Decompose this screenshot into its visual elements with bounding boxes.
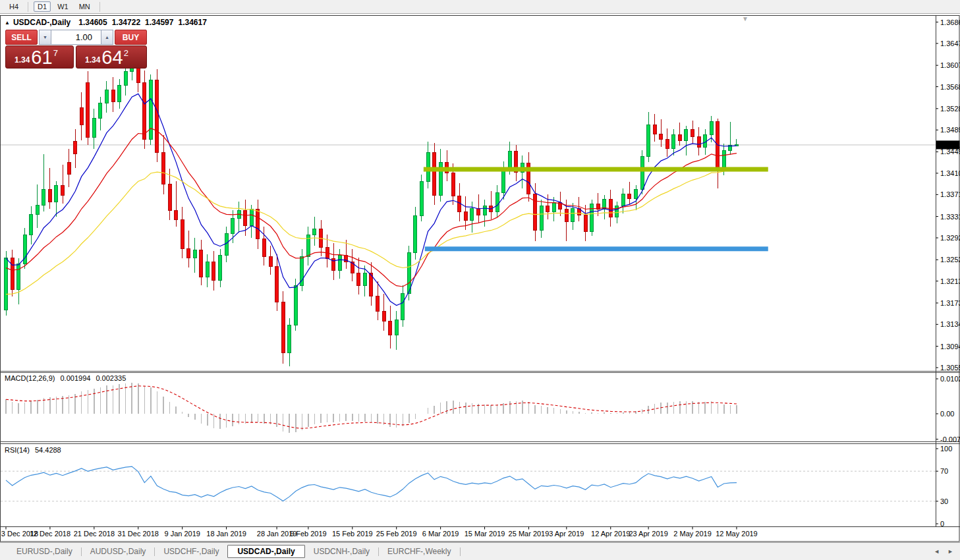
svg-text:6 Mar 2019: 6 Mar 2019 bbox=[422, 530, 459, 538]
volume-stepper: ▼ ▲ bbox=[39, 30, 113, 45]
sell-price-quote[interactable]: 1.34 61 7 bbox=[5, 45, 74, 69]
timeframe-button-mn[interactable]: MN bbox=[75, 1, 94, 12]
svg-text:0.00: 0.00 bbox=[940, 410, 954, 418]
candles-layer bbox=[5, 57, 739, 366]
volume-up-button[interactable]: ▲ bbox=[101, 30, 113, 45]
symbol-title: USDCAD-,Daily bbox=[13, 18, 71, 27]
object-lines-layer bbox=[424, 169, 768, 249]
svg-text:15 Mar 2019: 15 Mar 2019 bbox=[465, 530, 505, 538]
svg-text:0.010229: 0.010229 bbox=[940, 375, 960, 383]
timeframe-button-h4[interactable]: H4 bbox=[5, 1, 22, 12]
tab-usdcad-daily[interactable]: USDCAD-,Daily bbox=[227, 545, 304, 558]
svg-text:25 Mar 2019: 25 Mar 2019 bbox=[509, 530, 550, 538]
svg-text:1.32920: 1.32920 bbox=[940, 234, 960, 242]
svg-text:3 Apr 2019: 3 Apr 2019 bbox=[549, 530, 584, 538]
svg-text:1.33310: 1.33310 bbox=[940, 213, 960, 221]
svg-text:70: 70 bbox=[940, 467, 948, 475]
macd-label: MACD(12,26,9) 0.001994 0.002335 bbox=[5, 374, 129, 382]
svg-text:1.36070: 1.36070 bbox=[940, 61, 960, 69]
svg-text:1.34100: 1.34100 bbox=[940, 169, 960, 177]
sell-price-base: 1.34 bbox=[14, 55, 30, 65]
ohlc-high: 1.34722 bbox=[112, 18, 140, 27]
buy-price-pips: 64 bbox=[101, 48, 123, 67]
mt4-terminal: H4 D1 W1 MN 1.368601.364701.360701.35680… bbox=[0, 0, 960, 560]
volume-input[interactable] bbox=[51, 30, 101, 45]
sell-price-point: 7 bbox=[53, 48, 58, 58]
svg-text:1.35680: 1.35680 bbox=[940, 83, 960, 91]
rsi-axis: 10070300 bbox=[936, 445, 953, 528]
rsi-name: RSI(14) bbox=[5, 446, 30, 454]
svg-text:0: 0 bbox=[940, 520, 944, 528]
buy-price-quote[interactable]: 1.34 64 2 bbox=[76, 45, 147, 69]
svg-text:1.30550: 1.30550 bbox=[940, 364, 960, 372]
ohlc-open: 1.34605 bbox=[78, 18, 107, 27]
ohlc-close: 1.34617 bbox=[178, 18, 206, 27]
tab-audusd-daily[interactable]: AUDUSD-,Daily bbox=[82, 545, 155, 558]
svg-text:100: 100 bbox=[940, 445, 952, 453]
tab-eurchf-weekly[interactable]: EURCHF-,Weekly bbox=[379, 545, 459, 558]
volume-down-button[interactable]: ▼ bbox=[39, 30, 51, 45]
date-axis: 3 Dec 201812 Dec 201821 Dec 201831 Dec 2… bbox=[1, 527, 758, 538]
price-chart-canvas[interactable]: 1.368601.364701.360701.356801.352801.348… bbox=[0, 14, 960, 542]
symbol-tab-bar: EURUSD-,Daily AUDUSD-,Daily USDCHF-,Dail… bbox=[0, 542, 960, 560]
ohlc-low: 1.34597 bbox=[145, 18, 173, 27]
macd-pane bbox=[6, 383, 737, 434]
svg-text:18 Jan 2019: 18 Jan 2019 bbox=[206, 530, 246, 538]
rsi-value: 54.4288 bbox=[35, 446, 61, 454]
svg-text:1.33710: 1.33710 bbox=[940, 190, 960, 198]
svg-text:1.35280: 1.35280 bbox=[940, 105, 960, 113]
rsi-label: RSI(14) 54.4288 bbox=[5, 446, 65, 454]
svg-text:31 Dec 2018: 31 Dec 2018 bbox=[118, 530, 159, 538]
buy-price-base: 1.34 bbox=[85, 55, 100, 65]
svg-text:1.34890: 1.34890 bbox=[940, 126, 960, 134]
price-axis: 1.368601.364701.360701.356801.352801.348… bbox=[936, 18, 960, 372]
svg-text:9 Jan 2019: 9 Jan 2019 bbox=[164, 530, 200, 538]
svg-text:1.30940: 1.30940 bbox=[940, 343, 960, 350]
svg-text:21 Dec 2018: 21 Dec 2018 bbox=[74, 530, 115, 538]
rsi-line bbox=[6, 466, 737, 501]
buy-price-point: 2 bbox=[124, 48, 128, 58]
toolbar-divider bbox=[99, 2, 100, 12]
timeframe-button-w1[interactable]: W1 bbox=[53, 1, 72, 12]
svg-text:25 Feb 2019: 25 Feb 2019 bbox=[376, 530, 417, 538]
svg-text:1.32520: 1.32520 bbox=[940, 256, 960, 264]
tab-scroll-right-icon[interactable]: ► bbox=[947, 548, 953, 555]
buy-button[interactable]: BUY bbox=[115, 30, 147, 45]
svg-text:1.36860: 1.36860 bbox=[940, 18, 960, 26]
macd-axis: 0.0102290.00-0.00747 bbox=[936, 375, 960, 443]
svg-text:12 Dec 2018: 12 Dec 2018 bbox=[30, 530, 71, 538]
svg-text:12 Apr 2019: 12 Apr 2019 bbox=[591, 530, 630, 538]
svg-text:-0.00747: -0.00747 bbox=[940, 435, 960, 443]
svg-text:1.34617: 1.34617 bbox=[938, 141, 960, 149]
scroll-to-end-marker-icon[interactable]: ▼ bbox=[742, 15, 748, 22]
svg-text:1.36470: 1.36470 bbox=[940, 40, 960, 47]
sell-price-pips: 61 bbox=[31, 48, 52, 67]
timeframe-toolbar: H4 D1 W1 MN bbox=[0, 0, 960, 14]
tab-usdcnh-daily[interactable]: USDCNH-,Daily bbox=[305, 545, 378, 558]
macd-signal-value: 0.002335 bbox=[96, 374, 126, 382]
tab-scroll-arrows: ◄ ► bbox=[934, 548, 953, 555]
svg-text:2 May 2019: 2 May 2019 bbox=[673, 530, 711, 538]
svg-text:1.31340: 1.31340 bbox=[940, 320, 960, 328]
timeframe-button-d1[interactable]: D1 bbox=[34, 1, 51, 12]
rsi-pane bbox=[1, 466, 936, 501]
tab-usdchf-daily[interactable]: USDCHF-,Daily bbox=[155, 545, 227, 558]
one-click-trade-panel: SELL ▼ ▲ BUY 1.34 61 7 1.34 64 2 bbox=[5, 30, 147, 69]
tab-eurusd-daily[interactable]: EURUSD-,Daily bbox=[8, 545, 81, 558]
chart-window: 1.368601.364701.360701.356801.352801.348… bbox=[0, 14, 960, 542]
svg-text:6 Feb 2019: 6 Feb 2019 bbox=[290, 530, 327, 538]
symbol-marker-icon: ▲ bbox=[5, 20, 10, 26]
tab-scroll-left-icon[interactable]: ◄ bbox=[934, 548, 940, 555]
svg-text:15 Feb 2019: 15 Feb 2019 bbox=[332, 530, 373, 538]
svg-text:1.31730: 1.31730 bbox=[940, 299, 960, 307]
svg-text:12 May 2019: 12 May 2019 bbox=[716, 530, 758, 538]
macd-value: 0.001994 bbox=[60, 374, 90, 382]
svg-text:1.32130: 1.32130 bbox=[940, 277, 960, 285]
svg-text:23 Apr 2019: 23 Apr 2019 bbox=[629, 530, 667, 538]
macd-name: MACD(12,26,9) bbox=[5, 374, 55, 382]
svg-text:30: 30 bbox=[940, 497, 948, 505]
tab-divider bbox=[460, 547, 461, 556]
sell-button[interactable]: SELL bbox=[5, 30, 38, 45]
toolbar-divider bbox=[28, 2, 28, 12]
symbol-ohlc-line: ▲ USDCAD-,Daily 1.34605 1.34722 1.34597 … bbox=[5, 18, 212, 27]
